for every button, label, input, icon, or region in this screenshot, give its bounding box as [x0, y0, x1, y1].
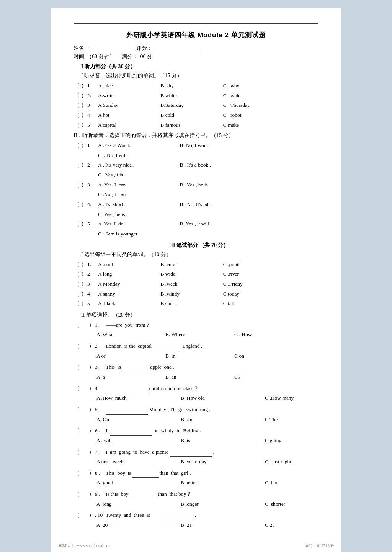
written-sec1-questions: （ ） 1. A .cool B .cute C .pupil （ ） 2 A …: [74, 260, 318, 309]
table-row: （ ） 5 A black B short C tall: [74, 299, 318, 309]
table-row: （ ） 5. A Yes .I do B .Yes , it will . C …: [74, 219, 318, 238]
table-row: （ ） 1. A .cool B .cute C .pupil: [74, 260, 318, 269]
table-row: （ ） 5. Monday , I'll go swimming .: [74, 405, 318, 415]
sec1-questions: （ ） 1. A. nice B. shy C. why （ ） 2. A.wr…: [74, 81, 318, 130]
table-row: （ ） 1. A. nice B. shy C. why: [74, 81, 318, 91]
exam-page: 外研版小学英语四年级 Module 2 单元测试题 姓名： 评分： 时间 （60…: [51, 8, 341, 552]
full-score-label: 满分：100 分: [122, 53, 153, 60]
table-row: （ ） . 10 Twenty and three is .: [74, 510, 318, 520]
time-row: 时间 （60 分钟） 满分：100 分: [74, 53, 318, 60]
sec1-label: I.听录音，选出你所听到的单词。（15 分）: [74, 72, 318, 79]
written-sec2-label: II 单项选择。（20 分）: [74, 312, 318, 318]
options-row: A . will B .is C.going: [74, 436, 318, 446]
table-row: （ ） 8 . This boy is than that girl .: [74, 468, 318, 478]
options-row: A .How much B .How old C .How many: [74, 393, 318, 403]
score-field: [155, 45, 201, 51]
table-row: （ ） 1. ——are you from？: [74, 320, 318, 330]
watermark-left: 素材天下 www.sucaisucai.com: [58, 543, 112, 549]
name-row: 姓名： 评分：: [74, 45, 318, 52]
sec2-label: II．听听录音，选择正确的答语，并将其序号填在括号里。（15 分）: [74, 132, 318, 139]
part1-header: I 听力部分（共 30 分）: [81, 63, 318, 70]
name-label: 姓名：: [74, 45, 90, 52]
watermark: 素材天下 www.sucaisucai.com 编号：01971809: [51, 543, 341, 549]
options-row: A long B.longer C. shorter: [74, 499, 318, 509]
table-row: （ ） 2 A . It's very nice . B . It's a bo…: [74, 160, 318, 180]
exam-title: 外研版小学英语四年级 Module 2 单元测试题: [74, 31, 318, 39]
table-row: （ ） 3 A Sunday B.Saturday C Thursday: [74, 100, 318, 110]
options-row: A .What B. Where C . How: [74, 330, 318, 340]
table-row: （ ） 4 children in our class？: [74, 384, 318, 394]
table-row: （ ） 4. A .It's short . B . No, It's tall…: [74, 199, 318, 219]
sec2-questions: （ ） 1 A .Yes .I Won't. B .No, I won't C．…: [74, 140, 318, 238]
table-row: （ ） 4 A hot B cold C robot: [74, 110, 318, 120]
options-row: A 20 B 21 C.23: [74, 520, 318, 530]
name-field: [92, 45, 122, 51]
score-label: 评分：: [136, 45, 152, 52]
table-row: （ ） 7. I am going to have a picnic .: [74, 447, 318, 457]
table-row: （ ） 2. London is the capital England .: [74, 341, 318, 351]
part2-header: II 笔试部分 （共 70 分）: [81, 242, 318, 249]
options-row: A. good B better C. bad: [74, 478, 318, 488]
table-row: （ ） 3 A. Yes. I can. B . Yes , he is C .…: [74, 180, 318, 199]
watermark-right: 编号：01971809: [304, 543, 334, 549]
written-sec1-label: I 选出每组中不同类的单词。（10 分）: [74, 251, 318, 258]
table-row: （ ） 2. A.write B white C wide: [74, 91, 318, 101]
time-value: （60 分钟）: [87, 53, 115, 60]
options-row: A a B an C./: [74, 372, 318, 382]
written-sec2-questions: （ ） 1. ——are you from？ A .What B. Where …: [74, 320, 318, 530]
options-row: A next week B yesterday C. last night: [74, 457, 318, 467]
time-label: 时间: [74, 53, 84, 60]
top-divider: [74, 23, 318, 24]
table-row: （ ） 2 A long B wide C .river: [74, 269, 318, 279]
options-row: A of B in C on: [74, 351, 318, 361]
table-row: （ ） 3 A Monday B .week C .Friday: [74, 279, 318, 289]
table-row: （ ） 1 A .Yes .I Won't. B .No, I won't C．…: [74, 140, 318, 160]
table-row: （ ） 5 A capital B famous C make: [74, 120, 318, 130]
table-row: （ ） 3. This is apple one .: [74, 362, 318, 372]
table-row: （ ） 9 . Is this boy than that boy？: [74, 489, 318, 499]
options-row: A, On B .In C The: [74, 415, 318, 425]
table-row: （ ） 4 A sunny B .windy C today: [74, 289, 318, 299]
table-row: （ ） 6 . It be windy in Beijing .: [74, 426, 318, 436]
